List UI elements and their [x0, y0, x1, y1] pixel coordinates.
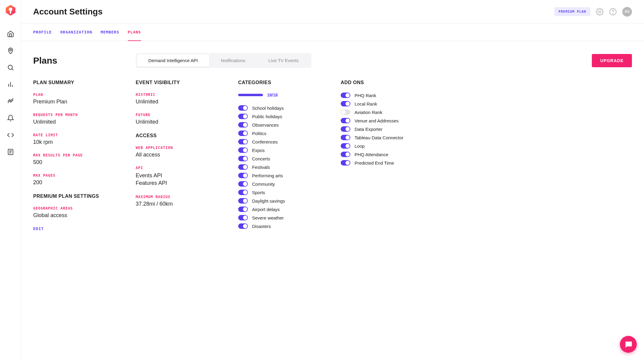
- addon-toggle[interactable]: [341, 135, 350, 140]
- category-label: Airport delays: [252, 207, 280, 212]
- category-toggle[interactable]: [238, 139, 248, 144]
- category-toggle[interactable]: [238, 156, 248, 161]
- segment-demand-intelligence-api[interactable]: Demand Intelligence API: [137, 54, 209, 67]
- results-label: MAX RESULTS PER PAGE: [33, 153, 130, 157]
- edit-link[interactable]: EDIT: [33, 226, 130, 231]
- addon-label: PHQ Attendance: [355, 152, 388, 157]
- requests-value: Unlimited: [33, 119, 130, 125]
- plan-summary-col: PLAN SUMMARY PLAN Premium Plan REQUESTS …: [33, 80, 130, 232]
- addon-row: Local Rank: [341, 101, 632, 106]
- category-row: Concerts: [238, 156, 335, 161]
- category-toggle[interactable]: [238, 207, 248, 212]
- event-visibility-title: EVENT VISIBILITY: [136, 80, 232, 85]
- plan-label: PLAN: [33, 93, 130, 97]
- note-icon[interactable]: [7, 148, 14, 156]
- category-toggle[interactable]: [238, 164, 248, 170]
- category-row: Airport delays: [238, 207, 335, 212]
- historic-label: HISTORIC: [136, 93, 232, 97]
- home-icon[interactable]: [7, 30, 14, 37]
- category-row: Community: [238, 181, 335, 187]
- category-toggle[interactable]: [238, 147, 248, 153]
- access-title: ACCESS: [136, 133, 232, 138]
- api-label: API: [136, 166, 232, 170]
- category-label: Expos: [252, 148, 265, 153]
- svg-point-2: [10, 49, 11, 51]
- category-row: Public holidays: [238, 114, 335, 119]
- addon-toggle[interactable]: [341, 118, 350, 123]
- addon-toggle[interactable]: [341, 152, 350, 157]
- help-icon[interactable]: [609, 8, 617, 16]
- addon-toggle[interactable]: [341, 101, 350, 106]
- upgrade-button[interactable]: UPGRADE: [592, 54, 632, 67]
- addon-row: Tableau Data Connector: [341, 135, 632, 140]
- addon-row: PHQ Attendance: [341, 152, 632, 157]
- addon-label: Predicted End Time: [355, 160, 394, 166]
- addon-toggle[interactable]: [341, 109, 350, 115]
- plan-summary-title: PLAN SUMMARY: [33, 80, 130, 85]
- addons-title: ADD ONS: [341, 80, 632, 85]
- category-label: Politics: [252, 131, 267, 136]
- category-label: Concerts: [252, 156, 270, 161]
- category-toggle[interactable]: [238, 114, 248, 119]
- addon-toggle[interactable]: [341, 143, 350, 149]
- category-toggle[interactable]: [238, 215, 248, 220]
- app-logo[interactable]: [5, 4, 17, 16]
- event-visibility-col: EVENT VISIBILITY HISTORIC Unlimited FUTU…: [136, 80, 232, 232]
- category-toggle[interactable]: [238, 122, 248, 128]
- plans-title: Plans: [33, 55, 136, 66]
- addons-col: ADD ONS PHQ RankLocal RankAviation RankV…: [341, 80, 632, 232]
- tab-profile[interactable]: PROFILE: [33, 24, 52, 40]
- requests-label: REQUESTS PER MONTH: [33, 113, 130, 117]
- addon-label: Aviation Rank: [355, 110, 382, 115]
- addon-label: Tableau Data Connector: [355, 135, 403, 140]
- segment-notifications[interactable]: Notifications: [209, 54, 257, 67]
- category-toggle[interactable]: [238, 223, 248, 229]
- addon-toggle[interactable]: [341, 126, 350, 132]
- bell-icon[interactable]: [7, 115, 14, 122]
- category-label: Festivals: [252, 165, 270, 170]
- category-toggle[interactable]: [238, 181, 248, 187]
- chat-fab[interactable]: [620, 336, 637, 353]
- chart-icon[interactable]: [7, 81, 14, 88]
- gear-icon[interactable]: [596, 8, 604, 16]
- avatar[interactable]: PJ: [622, 7, 632, 17]
- category-row: Daylight savings: [238, 198, 335, 204]
- categories-list: School holidaysPublic holidaysObservance…: [238, 105, 335, 229]
- radius-value: 37.28mi / 60km: [136, 201, 232, 207]
- rate-label: RATE LIMIT: [33, 133, 130, 137]
- premium-badge[interactable]: PREMIUM PLAN: [554, 7, 590, 16]
- category-toggle[interactable]: [238, 131, 248, 136]
- trend-icon[interactable]: [7, 98, 14, 105]
- search-icon[interactable]: [7, 64, 14, 71]
- addon-row: Venue and Addresses: [341, 118, 632, 123]
- segment-live-tv-events[interactable]: Live TV Events: [257, 54, 310, 67]
- tab-members[interactable]: MEMBERS: [101, 24, 119, 40]
- api-value: Events API Features API: [136, 172, 232, 187]
- categories-progress: 18/18: [238, 93, 335, 97]
- addon-toggle[interactable]: [341, 93, 350, 98]
- category-toggle[interactable]: [238, 173, 248, 178]
- page-title: Account Settings: [33, 7, 554, 17]
- code-icon[interactable]: [7, 131, 14, 139]
- radius-label: MAXIMUM RADIUS: [136, 195, 232, 199]
- category-toggle[interactable]: [238, 105, 248, 111]
- category-row: Disasters: [238, 223, 335, 229]
- category-label: Daylight savings: [252, 198, 285, 204]
- addon-label: Venue and Addresses: [355, 118, 399, 123]
- addon-toggle[interactable]: [341, 160, 350, 166]
- tab-organization[interactable]: ORGANIZATION: [60, 24, 92, 40]
- category-toggle[interactable]: [238, 190, 248, 195]
- category-toggle[interactable]: [238, 198, 248, 204]
- category-row: Observances: [238, 122, 335, 128]
- svg-point-3: [8, 65, 12, 69]
- tab-plans[interactable]: PLANS: [128, 24, 141, 41]
- svg-point-5: [599, 11, 601, 13]
- api-value-2: Features API: [136, 179, 232, 187]
- historic-value: Unlimited: [136, 99, 232, 105]
- pin-icon[interactable]: [7, 47, 14, 54]
- addon-label: Loop: [355, 144, 365, 149]
- categories-col: CATEGORIES 18/18 School holidaysPublic h…: [238, 80, 335, 232]
- category-row: Festivals: [238, 164, 335, 170]
- geo-label: GEOGRAPHIC AREAS: [33, 206, 130, 210]
- category-label: Disasters: [252, 224, 271, 229]
